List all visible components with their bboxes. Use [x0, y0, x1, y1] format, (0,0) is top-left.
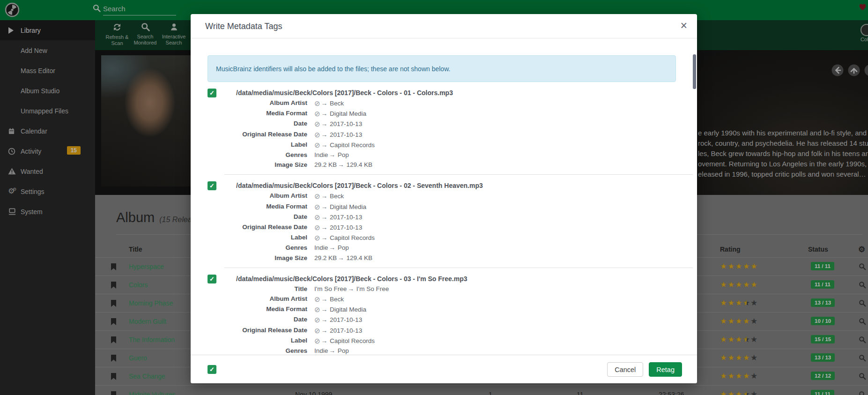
- tag-change-row: Image Size 29.2 KB→129.4 KB: [236, 160, 676, 170]
- no-value-icon: ⊘: [314, 120, 320, 128]
- tag-value: ⊘→Beck: [314, 294, 344, 304]
- tag-label: Title: [236, 284, 307, 294]
- new-value: Digital Media: [330, 203, 366, 210]
- no-value-icon: ⊘: [314, 337, 320, 345]
- arrow-icon: →: [321, 131, 328, 138]
- no-value-icon: ⊘: [314, 203, 320, 211]
- info-alert-text: MusicBrainz identifiers will also be add…: [216, 65, 450, 73]
- check-icon: ✓: [209, 182, 215, 189]
- tag-change-row: Date ⊘→2017-10-13: [236, 212, 676, 222]
- no-value-icon: ⊘: [314, 224, 320, 231]
- musicbrainz-info-alert: MusicBrainz identifiers will also be add…: [208, 55, 676, 82]
- new-value: Digital Media: [330, 110, 366, 117]
- tag-label: Image Size: [236, 160, 307, 170]
- arrow-icon: →: [321, 316, 328, 323]
- tag-value: ⊘→Digital Media: [314, 304, 366, 314]
- no-value-icon: ⊘: [314, 99, 320, 107]
- tag-label: Media Format: [236, 108, 307, 119]
- new-value: 2017-10-13: [330, 120, 362, 127]
- check-icon: ✓: [209, 366, 215, 373]
- new-value: Beck: [330, 296, 344, 303]
- tag-value: ⊘→Beck: [314, 191, 344, 201]
- old-value: Indie: [314, 244, 328, 251]
- tag-value: ⊘→Capitol Records: [314, 232, 375, 243]
- modal-scrollbar-thumb[interactable]: [693, 54, 696, 89]
- no-value-icon: ⊘: [314, 327, 320, 335]
- tag-change-row: Album Artist ⊘→Beck: [236, 191, 676, 201]
- tag-label: Label: [236, 232, 307, 243]
- tag-label: Media Format: [236, 201, 307, 212]
- new-value: 2017-10-13: [330, 316, 362, 323]
- new-value: 2017-10-13: [330, 214, 362, 221]
- tag-value: ⊘→Beck: [314, 98, 344, 108]
- tag-change-row: Genres Indie→Pop: [236, 346, 676, 355]
- arrow-icon: →: [321, 306, 328, 313]
- arrow-icon: →: [321, 234, 328, 241]
- arrow-icon: →: [329, 244, 335, 251]
- tag-change-row: Label ⊘→Capitol Records: [236, 232, 676, 243]
- new-value: Pop: [338, 244, 349, 251]
- tag-label: Original Release Date: [236, 325, 307, 335]
- new-value: Capitol Records: [330, 142, 375, 149]
- tag-change-row: Original Release Date ⊘→2017-10-13: [236, 325, 676, 335]
- lidarr-app: Library Add New Mass Editor Album Studio…: [0, 0, 868, 395]
- no-value-icon: ⊘: [314, 141, 320, 149]
- cancel-button[interactable]: Cancel: [607, 362, 643, 377]
- tag-change-row: Label ⊘→Capitol Records: [236, 335, 676, 346]
- file-checkbox[interactable]: ✓: [208, 89, 216, 97]
- no-value-icon: ⊘: [314, 110, 320, 118]
- retag-button[interactable]: Retag: [649, 362, 682, 377]
- no-value-icon: ⊘: [314, 306, 320, 313]
- modal-title: Write Metadata Tags: [205, 22, 282, 31]
- no-value-icon: ⊘: [314, 213, 320, 221]
- no-value-icon: ⊘: [314, 316, 320, 324]
- arrow-icon: →: [321, 193, 328, 200]
- tag-value: Indie→Pop: [314, 346, 349, 355]
- tag-label: Date: [236, 119, 307, 129]
- new-value: Beck: [330, 193, 344, 200]
- file-path: /data/media/music/Beck/Colors [2017]/Bec…: [236, 181, 676, 191]
- new-value: Beck: [330, 100, 344, 107]
- tag-value: ⊘→2017-10-13: [314, 119, 362, 129]
- tag-value: ⊘→2017-10-13: [314, 212, 362, 222]
- new-value: 129.4 KB: [347, 161, 373, 168]
- modal-body: MusicBrainz identifiers will also be add…: [191, 38, 697, 355]
- modal-header: Write Metadata Tags ×: [191, 14, 697, 38]
- old-value: 29.2 KB: [314, 161, 337, 168]
- new-value: Pop: [338, 347, 349, 354]
- file-checkbox[interactable]: ✓: [208, 275, 216, 283]
- select-all-checkbox[interactable]: ✓: [208, 365, 216, 374]
- no-value-icon: ⊘: [314, 131, 320, 139]
- tag-change-row: Title I'm So Free→I'm So Free: [236, 284, 676, 294]
- check-icon: ✓: [209, 276, 215, 283]
- arrow-icon: →: [321, 214, 328, 221]
- tag-change-row: Album Artist ⊘→Beck: [236, 294, 676, 304]
- tag-change-list: Album Artist ⊘→Beck Media Format ⊘→D: [236, 191, 676, 262]
- file-checkbox[interactable]: ✓: [208, 181, 216, 190]
- tag-change-row: Media Format ⊘→Digital Media: [236, 201, 676, 212]
- check-icon: ✓: [209, 89, 215, 97]
- tag-value: Indie→Pop: [314, 150, 349, 160]
- tag-label: Genres: [236, 150, 307, 160]
- arrow-icon: →: [321, 224, 328, 231]
- new-value: Capitol Records: [330, 234, 375, 241]
- tag-change-row: Date ⊘→2017-10-13: [236, 314, 676, 325]
- file-path: /data/media/music/Beck/Colors [2017]/Bec…: [236, 88, 676, 98]
- file-entry: ✓ /data/media/music/Beck/Colors [2017]/B…: [208, 88, 676, 175]
- new-value: Capitol Records: [330, 337, 375, 344]
- tag-value: 29.2 KB→129.4 KB: [314, 160, 372, 170]
- tag-change-row: Album Artist ⊘→Beck: [236, 98, 676, 108]
- arrow-icon: →: [321, 337, 328, 344]
- tag-value: ⊘→Capitol Records: [314, 140, 375, 150]
- tag-change-row: Media Format ⊘→Digital Media: [236, 304, 676, 314]
- tag-label: Label: [236, 140, 307, 150]
- old-value: Indie: [314, 151, 328, 158]
- arrow-icon: →: [321, 120, 328, 127]
- arrow-icon: →: [329, 151, 335, 158]
- retag-modal: Write Metadata Tags × MusicBrainz identi…: [191, 14, 697, 383]
- new-value: I'm So Free: [356, 285, 389, 292]
- new-value: Digital Media: [330, 306, 366, 313]
- close-icon[interactable]: ×: [680, 19, 687, 32]
- arrow-icon: →: [348, 285, 354, 292]
- tag-value: I'm So Free→I'm So Free: [314, 284, 389, 294]
